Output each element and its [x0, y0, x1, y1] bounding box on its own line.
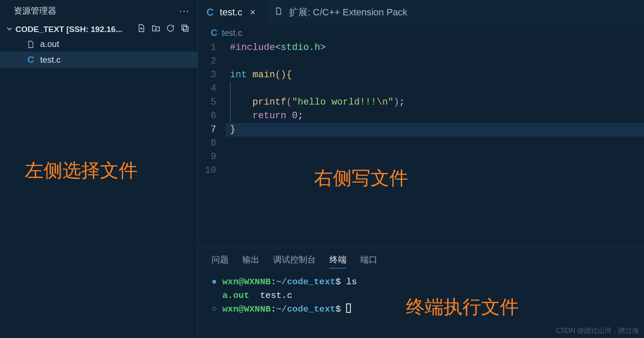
file-name: test.c	[40, 55, 61, 65]
chevron-down-icon	[6, 25, 13, 34]
line-gutter: 1 2 3 4 5 6 7 8 9 10	[198, 41, 226, 248]
explorer-sidebar: 资源管理器 ··· CODE_TEXT [SSH: 192.16... a.ou…	[0, 0, 198, 338]
breadcrumb[interactable]: C test.c	[198, 25, 644, 41]
close-icon[interactable]: ×	[248, 7, 257, 18]
folder-label: CODE_TEXT [SSH: 192.16...	[15, 25, 137, 34]
new-file-icon[interactable]	[137, 23, 146, 35]
tab-label: test.c	[220, 7, 242, 18]
file-name: a.out	[40, 39, 59, 49]
panel-tab-terminal[interactable]: 终端	[329, 254, 347, 268]
new-folder-icon[interactable]	[151, 23, 161, 35]
folder-header[interactable]: CODE_TEXT [SSH: 192.16...	[0, 22, 197, 37]
code-editor[interactable]: 1 2 3 4 5 6 7 8 9 10 #include<stdio.h> i…	[198, 41, 644, 248]
file-item-aout[interactable]: a.out	[0, 37, 197, 52]
editor-tabs: C test.c × 扩展: C/C++ Extension Pack	[198, 0, 644, 25]
panel-tabs: 问题 输出 调试控制台 终端 端口	[198, 248, 644, 273]
refresh-icon[interactable]	[166, 23, 175, 35]
code-content[interactable]: #include<stdio.h> int main(){ printf("he…	[226, 41, 644, 248]
panel-tab-problems[interactable]: 问题	[212, 254, 229, 268]
explorer-header: 资源管理器 ···	[0, 0, 197, 22]
panel-tab-debug[interactable]: 调试控制台	[273, 254, 316, 268]
tab-label: 扩展: C/C++ Extension Pack	[289, 6, 408, 19]
svg-rect-0	[182, 25, 187, 30]
file-icon	[26, 40, 36, 49]
panel-tab-output[interactable]: 输出	[242, 254, 259, 268]
panel-tab-ports[interactable]: 端口	[360, 254, 377, 268]
collapse-icon[interactable]	[180, 23, 190, 35]
bottom-panel: 问题 输出 调试控制台 终端 端口 ● wxn@WXNNB:~/code_tex…	[198, 248, 644, 338]
explorer-title: 资源管理器	[14, 5, 179, 17]
tab-extension[interactable]: 扩展: C/C++ Extension Pack	[266, 0, 416, 25]
c-file-icon: C	[206, 6, 214, 18]
file-icon	[274, 7, 283, 18]
main-area: C test.c × 扩展: C/C++ Extension Pack C te…	[198, 0, 644, 338]
c-file-icon: C	[211, 27, 218, 38]
breadcrumb-file: test.c	[222, 28, 242, 38]
cursor	[346, 303, 351, 313]
file-item-testc[interactable]: C test.c	[0, 52, 197, 68]
tab-testc[interactable]: C test.c ×	[198, 0, 266, 25]
terminal[interactable]: ● wxn@WXNNB:~/code_text$ ls a.out test.c…	[198, 273, 644, 338]
svg-rect-1	[183, 26, 188, 31]
more-icon[interactable]: ···	[179, 6, 190, 17]
c-file-icon: C	[26, 54, 36, 65]
